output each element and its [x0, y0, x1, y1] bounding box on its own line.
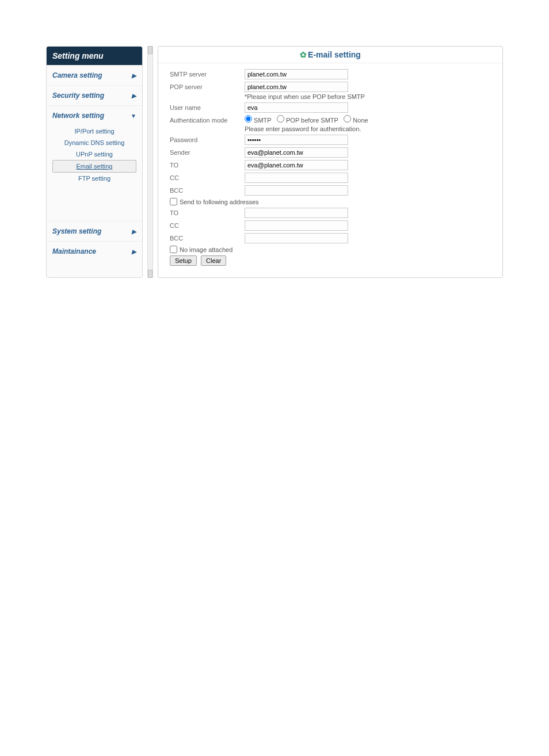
- sub-item-email[interactable]: Email setting: [52, 160, 136, 173]
- chevron-right-icon: ▶: [132, 72, 136, 79]
- no-image-checkbox[interactable]: [170, 246, 177, 253]
- chevron-right-icon: ▶: [132, 249, 136, 255]
- sidebar-item-label: Security setting: [52, 91, 104, 100]
- send-following-checkbox[interactable]: [170, 198, 177, 205]
- clear-button[interactable]: Clear: [201, 255, 226, 266]
- chevron-down-icon: ▼: [131, 113, 136, 119]
- sub-item-upnp[interactable]: UPnP setting: [52, 148, 136, 160]
- sidebar-item-label: System setting: [52, 227, 101, 235]
- pop-note: *Please input when use POP before SMTP: [245, 93, 491, 100]
- sidebar-item-label: Maintainance: [52, 247, 96, 255]
- panel-title: ✿E-mail setting: [158, 47, 502, 63]
- to2-label: TO: [170, 208, 245, 216]
- auth-label: Authentication mode: [170, 115, 245, 124]
- main-panel: ✿E-mail setting SMTP server POP server *…: [158, 46, 503, 278]
- gear-icon: ✿: [300, 50, 307, 59]
- cc1-label: CC: [170, 173, 245, 181]
- user-label: User name: [170, 102, 245, 111]
- sidebar-item-network[interactable]: Network setting ▼: [47, 105, 142, 125]
- sidebar-item-system[interactable]: System setting ▶: [47, 221, 142, 241]
- network-submenu: IP/Port setting Dynamic DNS setting UPnP…: [47, 125, 142, 186]
- pop-input[interactable]: [245, 82, 348, 92]
- auth-radio-smtp[interactable]: SMTP: [245, 117, 272, 124]
- cc2-input[interactable]: [245, 220, 348, 231]
- smtp-input[interactable]: [245, 69, 348, 79]
- scroll-up-icon[interactable]: [148, 46, 152, 54]
- sidebar: Setting menu Camera setting ▶ Security s…: [46, 46, 143, 278]
- bcc2-label: BCC: [170, 233, 245, 242]
- sidebar-item-label: Camera setting: [52, 71, 102, 79]
- chevron-right-icon: ▶: [132, 228, 136, 235]
- sidebar-item-security[interactable]: Security setting ▶: [47, 85, 142, 105]
- sub-item-ddns[interactable]: Dynamic DNS setting: [52, 137, 136, 148]
- cc2-label: CC: [170, 220, 245, 229]
- send-following-label: Send to following addresses: [180, 198, 259, 205]
- pop-label: POP server: [170, 82, 245, 90]
- to1-label: TO: [170, 160, 245, 169]
- pwd-label: Password: [170, 135, 245, 143]
- to2-input[interactable]: [245, 208, 348, 218]
- smtp-label: SMTP server: [170, 69, 245, 78]
- sub-item-ipport[interactable]: IP/Port setting: [52, 125, 136, 137]
- bcc2-input[interactable]: [245, 233, 348, 243]
- auth-note: Please enter password for authentication…: [245, 125, 491, 132]
- auth-radio-none[interactable]: None: [344, 117, 368, 124]
- sender-label: Sender: [170, 147, 245, 156]
- auth-radio-pop[interactable]: POP before SMTP: [277, 117, 338, 124]
- setup-button[interactable]: Setup: [170, 255, 197, 266]
- to1-input[interactable]: [245, 160, 348, 170]
- password-input[interactable]: [245, 135, 348, 145]
- sub-item-ftp[interactable]: FTP setting: [52, 173, 136, 184]
- no-image-label: No image attached: [180, 246, 232, 253]
- bcc1-input[interactable]: [245, 185, 348, 196]
- bcc1-label: BCC: [170, 185, 245, 194]
- sidebar-item-maintainance[interactable]: Maintainance ▶: [47, 241, 142, 261]
- sidebar-item-label: Network setting: [52, 112, 104, 120]
- sidebar-item-camera[interactable]: Camera setting ▶: [47, 65, 142, 85]
- user-input[interactable]: [245, 102, 348, 113]
- scroll-down-icon[interactable]: [148, 270, 152, 278]
- sender-input[interactable]: [245, 147, 348, 158]
- sidebar-title: Setting menu: [47, 47, 142, 65]
- chevron-right-icon: ▶: [132, 93, 136, 99]
- scrollbar[interactable]: [147, 46, 153, 278]
- cc1-input[interactable]: [245, 173, 348, 183]
- email-form: SMTP server POP server *Please input whe…: [158, 63, 502, 272]
